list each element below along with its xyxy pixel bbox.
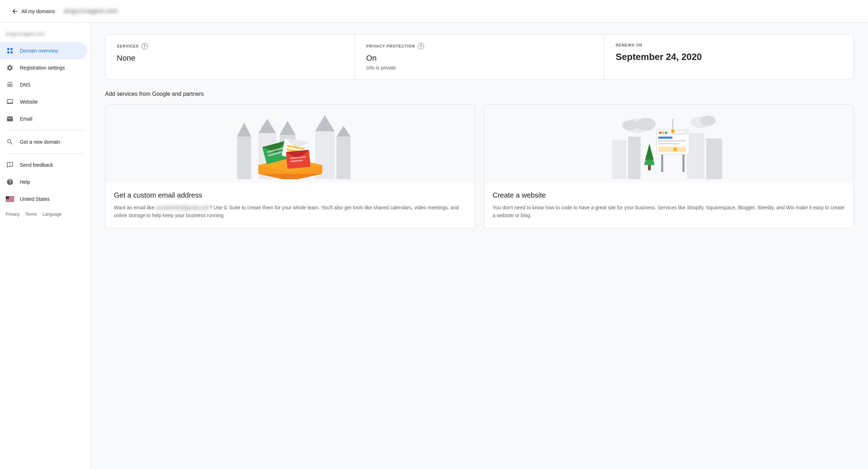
- privacy-link[interactable]: Privacy: [6, 212, 20, 217]
- svg-rect-2: [7, 51, 10, 54]
- svg-rect-18: [6, 196, 9, 199]
- svg-rect-52: [706, 138, 722, 179]
- sidebar-divider-1: [6, 130, 85, 131]
- website-icon: [6, 98, 14, 106]
- terms-link[interactable]: Terms: [25, 212, 37, 217]
- privacy-protection-section: PRIVACY PROTECTION ? On Info is private: [355, 34, 604, 79]
- svg-point-47: [636, 118, 656, 131]
- svg-rect-15: [6, 200, 14, 201]
- language-link[interactable]: Language: [43, 212, 61, 217]
- blurred-email: yourdomain@gmail.com: [156, 205, 209, 210]
- website-service-card[interactable]: Create a website You don't need to know …: [484, 104, 854, 228]
- services-cards-grid: Get a custom email address Want an email…: [105, 104, 854, 228]
- sidebar-item-domain-overview[interactable]: Domain overview: [0, 42, 88, 59]
- info-card: SERVICES ? None PRIVACY PROTECTION ? On …: [105, 34, 854, 79]
- grid-icon: [6, 46, 14, 55]
- svg-rect-71: [658, 147, 686, 152]
- svg-rect-13: [6, 200, 14, 200]
- sidebar-label-get-new-domain: Get a new domain: [20, 139, 60, 145]
- sidebar-item-website[interactable]: Website: [0, 93, 88, 110]
- sidebar-item-dns[interactable]: DNS: [0, 76, 88, 93]
- flag-icon: [6, 195, 14, 203]
- svg-marker-27: [315, 115, 335, 131]
- sidebar-divider-2: [6, 153, 85, 154]
- search-icon: [6, 138, 14, 146]
- svg-rect-16: [6, 201, 14, 202]
- sidebar-item-send-feedback[interactable]: Send feedback: [0, 156, 88, 173]
- svg-rect-17: [6, 202, 14, 202]
- sidebar-item-help[interactable]: Help: [0, 173, 88, 191]
- svg-rect-57: [648, 165, 651, 170]
- sidebar-label-help: Help: [20, 179, 30, 185]
- svg-rect-53: [612, 140, 626, 179]
- svg-marker-25: [280, 121, 296, 135]
- header-domain: singur1nagent.com: [64, 7, 118, 15]
- sidebar-item-registration-settings[interactable]: Registration settings: [0, 59, 88, 76]
- svg-marker-23: [258, 119, 276, 133]
- services-section-title: Add services from Google and partners: [105, 91, 854, 97]
- svg-point-66: [665, 132, 667, 134]
- services-section: SERVICES ? None: [105, 34, 355, 79]
- sidebar-item-get-new-domain[interactable]: Get a new domain: [0, 133, 88, 150]
- sidebar-label-united-states: United States: [20, 196, 50, 202]
- back-label: All my domains: [21, 9, 55, 14]
- svg-point-73: [671, 129, 675, 133]
- main-layout: singur1nagent.com Domain overview Regist…: [0, 23, 868, 469]
- sidebar-label-registration-settings: Registration settings: [20, 65, 65, 71]
- svg-rect-1: [11, 48, 13, 50]
- svg-rect-28: [336, 137, 351, 179]
- services-label: SERVICES ?: [117, 43, 343, 49]
- renews-on-section: RENEWS ON September 24, 2020: [604, 34, 853, 79]
- svg-rect-0: [7, 48, 10, 50]
- svg-rect-70: [658, 143, 680, 144]
- privacy-label: PRIVACY PROTECTION ?: [366, 43, 593, 49]
- email-card-title: Get a custom email address: [114, 191, 466, 199]
- sidebar-label-email: Email: [20, 116, 32, 122]
- sidebar-label-domain-overview: Domain overview: [20, 48, 58, 54]
- email-illustration: [105, 105, 475, 183]
- sidebar-item-united-states[interactable]: United States: [0, 191, 88, 208]
- services-value: None: [117, 54, 343, 63]
- back-button[interactable]: All my domains: [9, 5, 58, 18]
- svg-rect-3: [11, 51, 13, 54]
- svg-point-64: [659, 132, 661, 134]
- email-card-body: Get a custom email address Want an email…: [105, 183, 475, 228]
- email-icon: [6, 115, 14, 123]
- svg-rect-69: [658, 140, 686, 142]
- sidebar-label-website: Website: [20, 99, 38, 105]
- sidebar-label-dns: DNS: [20, 82, 31, 88]
- renews-value: September 24, 2020: [616, 51, 842, 62]
- renews-label: RENEWS ON: [616, 43, 842, 47]
- svg-point-65: [662, 132, 664, 134]
- svg-rect-20: [237, 137, 251, 179]
- website-illustration: [484, 105, 853, 183]
- privacy-help-icon[interactable]: ?: [418, 43, 424, 49]
- services-help-icon[interactable]: ?: [142, 43, 148, 49]
- website-card-title: Create a website: [493, 191, 845, 199]
- privacy-value: On: [366, 54, 593, 63]
- svg-rect-12: [6, 199, 14, 200]
- dns-icon: [6, 81, 14, 89]
- privacy-subvalue: Info is private: [366, 65, 593, 71]
- website-card-desc: You don't need to know how to code to ha…: [493, 204, 845, 220]
- svg-point-72: [674, 148, 677, 151]
- svg-rect-54: [628, 137, 641, 179]
- svg-point-48: [622, 120, 638, 130]
- feedback-icon: [6, 161, 14, 169]
- sidebar-footer: Privacy Terms Language: [0, 208, 90, 221]
- sidebar-label-send-feedback: Send feedback: [20, 162, 53, 168]
- email-card-desc: Want an email like yourdomain@gmail.com?…: [114, 204, 466, 220]
- main-content: SERVICES ? None PRIVACY PROTECTION ? On …: [91, 23, 868, 469]
- back-arrow-icon: [11, 8, 18, 15]
- svg-point-50: [700, 116, 716, 126]
- sidebar: singur1nagent.com Domain overview Regist…: [0, 23, 91, 469]
- svg-rect-14: [6, 200, 14, 200]
- sidebar-domain: singur1nagent.com: [0, 28, 90, 42]
- svg-rect-68: [658, 137, 672, 139]
- settings-icon: [6, 64, 14, 72]
- top-header: All my domains singur1nagent.com: [0, 0, 868, 23]
- sidebar-item-email[interactable]: Email: [0, 110, 88, 127]
- website-card-body: Create a website You don't need to know …: [484, 183, 853, 228]
- help-icon: [6, 178, 14, 186]
- email-service-card[interactable]: Get a custom email address Want an email…: [105, 104, 475, 228]
